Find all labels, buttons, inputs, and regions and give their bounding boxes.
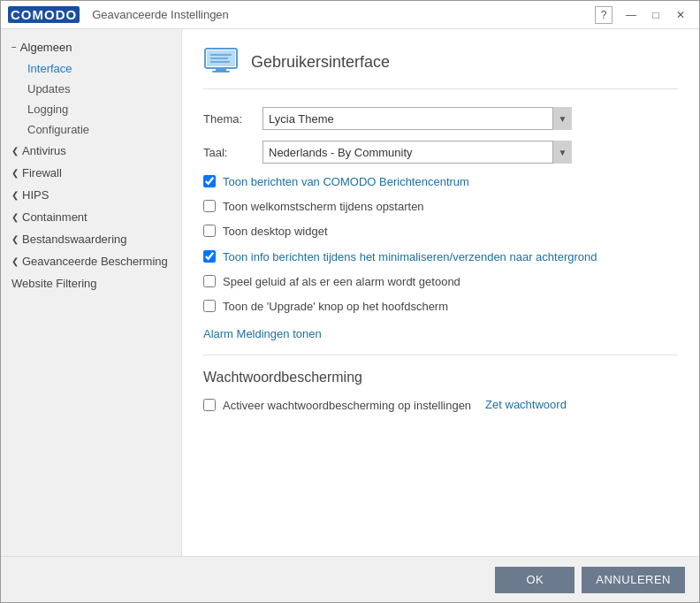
- checkboxes-section: Toon berichten van COMODO Berichtencentr…: [203, 174, 678, 315]
- sidebar-item-hips[interactable]: ❮ HIPS: [1, 184, 181, 206]
- taal-select-wrapper: Nederlands - By Community ▼: [262, 141, 572, 164]
- checkbox-row-1: Toon berichten van COMODO Berichtencentr…: [203, 174, 678, 190]
- thema-label: Thema:: [203, 112, 252, 126]
- chevron-bestands-icon: ❮: [11, 234, 19, 244]
- sidebar-item-website-filtering[interactable]: Website Filtering: [1, 272, 181, 294]
- checkbox-geluid-label: Speel geluid af als er een alarm wordt g…: [223, 274, 460, 290]
- bottom-bar: OK ANNULEREN: [1, 556, 699, 602]
- checkbox-row-6: Toon de 'Upgrade' knop op het hoofdscher…: [203, 299, 678, 315]
- sidebar-item-bestandswaardering-label: Bestandswaardering: [22, 233, 127, 246]
- sidebar-item-firewall[interactable]: ❮ Firewall: [1, 162, 181, 184]
- sidebar-item-antivirus[interactable]: ❮ Antivirus: [1, 140, 181, 162]
- sidebar: − Algemeen Interface Updates Logging Con…: [1, 29, 182, 556]
- checkbox-geluid[interactable]: [203, 275, 216, 287]
- sidebar-item-logging[interactable]: Logging: [1, 99, 181, 119]
- cancel-button[interactable]: ANNULEREN: [582, 567, 685, 593]
- window-title: Geavanceerde Instellingen: [92, 8, 229, 21]
- sidebar-item-bestandswaardering[interactable]: ❮ Bestandswaardering: [1, 228, 181, 250]
- sidebar-item-website-filtering-label: Website Filtering: [11, 277, 97, 290]
- checkbox-wachtwoord-label: Activeer wachtwoordbescherming op instel…: [223, 398, 471, 414]
- interface-icon: [203, 47, 239, 78]
- checkbox-wachtwoord[interactable]: [203, 399, 216, 411]
- sidebar-item-containment-label: Containment: [22, 210, 88, 224]
- thema-select[interactable]: Lycia Theme: [262, 107, 572, 130]
- collapse-icon: −: [11, 42, 17, 52]
- sidebar-item-algemeen[interactable]: − Algemeen: [1, 36, 181, 58]
- checkbox-row-3: Toon desktop widget: [203, 224, 678, 240]
- svg-rect-4: [212, 71, 230, 73]
- chevron-hips-icon: ❮: [11, 190, 19, 200]
- checkbox-welkomstscherm[interactable]: [203, 200, 216, 212]
- checkbox-row-5: Speel geluid af als er een alarm wordt g…: [203, 274, 678, 290]
- help-button[interactable]: ?: [595, 6, 612, 24]
- sidebar-item-hips-label: HIPS: [22, 188, 49, 202]
- svg-rect-3: [216, 68, 226, 71]
- section-divider: [203, 355, 678, 355]
- content-area: Gebruikersinterface Thema: Lycia Theme ▼…: [182, 29, 699, 556]
- checkbox-row-2: Toon welkomstscherm tijdens opstarten: [203, 199, 678, 215]
- content-title: Gebruikersinterface: [251, 53, 390, 72]
- checkbox-upgrade-knop-label: Toon de 'Upgrade' knop op het hoofdscher…: [223, 299, 448, 315]
- sidebar-item-updates[interactable]: Updates: [1, 79, 181, 99]
- main-content: − Algemeen Interface Updates Logging Con…: [1, 29, 699, 556]
- checkbox-row-4: Toon info berichten tijdens het minimali…: [203, 249, 678, 265]
- chevron-geavanceerde-icon: ❮: [11, 256, 19, 266]
- chevron-firewall-icon: ❮: [11, 168, 19, 178]
- taal-row: Taal: Nederlands - By Community ▼: [203, 141, 678, 164]
- chevron-antivirus-icon: ❮: [11, 146, 19, 156]
- checkbox-berichtencentrum[interactable]: [203, 175, 216, 187]
- checkbox-desktop-widget[interactable]: [203, 225, 216, 237]
- sidebar-item-firewall-label: Firewall: [22, 166, 62, 179]
- title-bar-logo: COMODO Geavanceerde Instellingen: [8, 7, 595, 22]
- comodo-logo: COMODO: [8, 7, 80, 22]
- window-controls: — □ ✕: [620, 6, 692, 24]
- sidebar-item-geavanceerde-bescherming[interactable]: ❮ Geavanceerde Bescherming: [1, 250, 181, 272]
- sidebar-item-antivirus-label: Antivirus: [22, 144, 66, 157]
- thema-row: Thema: Lycia Theme ▼: [203, 107, 678, 130]
- chevron-containment-icon: ❮: [11, 212, 19, 222]
- wachtwoord-checkbox-row: Activeer wachtwoordbescherming op instel…: [203, 398, 678, 414]
- zet-wachtwoord-link[interactable]: Zet wachtwoord: [485, 398, 567, 411]
- sidebar-item-interface[interactable]: Interface: [1, 58, 181, 79]
- sidebar-item-algemeen-label: Algemeen: [20, 41, 72, 54]
- checkbox-info-berichten-label: Toon info berichten tijdens het minimali…: [223, 249, 597, 265]
- ok-button[interactable]: OK: [495, 567, 574, 593]
- thema-select-wrapper: Lycia Theme ▼: [262, 107, 572, 130]
- sidebar-item-configuratie[interactable]: Configuratie: [1, 119, 181, 140]
- taal-label: Taal:: [203, 146, 252, 159]
- minimize-button[interactable]: —: [620, 6, 643, 24]
- sidebar-item-containment[interactable]: ❮ Containment: [1, 206, 181, 228]
- content-header: Gebruikersinterface: [203, 47, 678, 89]
- close-button[interactable]: ✕: [669, 6, 692, 24]
- checkbox-desktop-widget-label: Toon desktop widget: [223, 224, 328, 240]
- taal-select[interactable]: Nederlands - By Community: [262, 141, 572, 164]
- checkbox-info-berichten[interactable]: [203, 250, 216, 263]
- sidebar-item-geavanceerde-label: Geavanceerde Bescherming: [22, 255, 168, 268]
- checkbox-berichtencentrum-label: Toon berichten van COMODO Berichtencentr…: [223, 174, 469, 190]
- checkbox-upgrade-knop[interactable]: [203, 300, 216, 312]
- main-window: COMODO Geavanceerde Instellingen ? — □ ✕…: [0, 0, 700, 603]
- maximize-button[interactable]: □: [644, 6, 667, 24]
- checkbox-welkomstscherm-label: Toon welkomstscherm tijdens opstarten: [223, 199, 424, 215]
- wachtwoord-section-title: Wachtwoordbescherming: [203, 370, 678, 385]
- alarm-meldingen-link[interactable]: Alarm Meldingen tonen: [203, 327, 322, 340]
- title-bar: COMODO Geavanceerde Instellingen ? — □ ✕: [1, 1, 699, 29]
